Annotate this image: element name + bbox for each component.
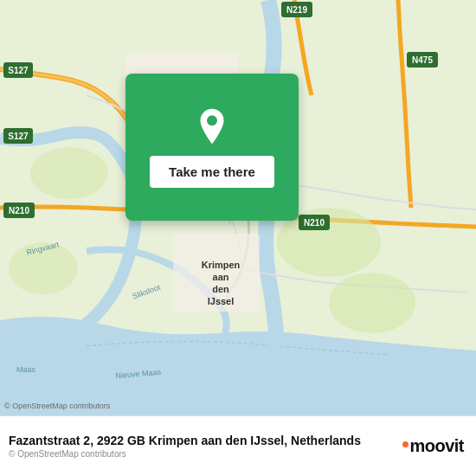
svg-text:aan: aan <box>213 272 229 282</box>
moovit-logo: moovit <box>402 436 464 456</box>
address-line: Fazantstraat 2, 2922 GB Krimpen aan den … <box>9 434 361 447</box>
copyright-text: © OpenStreetMap contributors <box>9 449 361 459</box>
svg-point-2 <box>329 273 415 333</box>
svg-text:N210: N210 <box>9 206 29 215</box>
action-card: Take me there <box>125 74 299 221</box>
svg-text:den: den <box>212 284 229 294</box>
take-me-there-button[interactable]: Take me there <box>150 156 274 188</box>
moovit-brand-text: moovit <box>402 436 464 456</box>
svg-text:Maas: Maas <box>16 365 36 374</box>
svg-text:IJssel: IJssel <box>208 296 235 306</box>
svg-text:Krimpen: Krimpen <box>202 260 241 270</box>
svg-text:© OpenStreetMap contributors: © OpenStreetMap contributors <box>4 402 111 410</box>
svg-text:N210: N210 <box>304 218 325 228</box>
svg-text:S127: S127 <box>8 132 29 141</box>
svg-point-32 <box>207 115 217 125</box>
country-text: Netherlands <box>291 434 361 447</box>
location-pin-icon <box>193 107 231 145</box>
svg-text:S127: S127 <box>8 66 29 75</box>
moovit-dot <box>402 441 408 447</box>
svg-point-3 <box>30 147 108 199</box>
map-area: S127 S127 N219 N210 N210 N475 Capelle aa… <box>0 0 476 415</box>
address-block: Fazantstraat 2, 2922 GB Krimpen aan den … <box>9 434 361 459</box>
svg-text:N219: N219 <box>286 5 307 15</box>
svg-text:N475: N475 <box>412 55 433 65</box>
moovit-logo-text: moovit <box>409 436 464 455</box>
info-bar: Fazantstraat 2, 2922 GB Krimpen aan den … <box>0 415 476 476</box>
address-text: Fazantstraat 2, 2922 GB Krimpen aan den … <box>9 434 287 447</box>
